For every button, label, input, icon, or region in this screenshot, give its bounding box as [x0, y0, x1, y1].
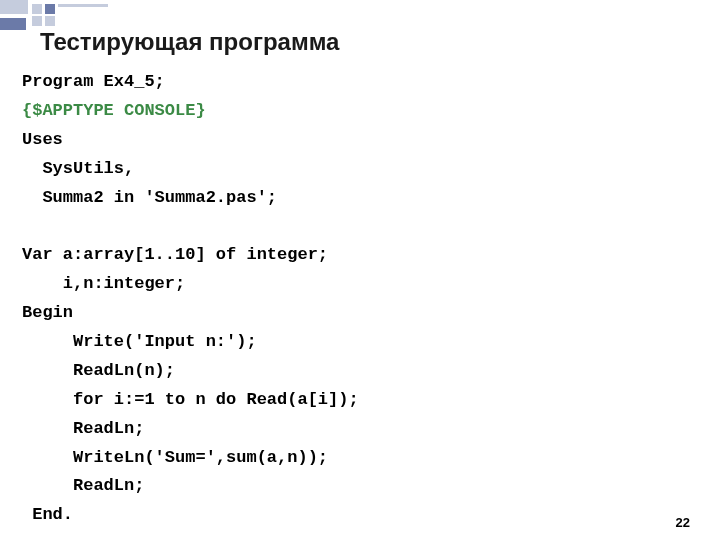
code-line: ReadLn; — [22, 419, 144, 438]
code-listing: Program Ex4_5; {$APPTYPE CONSOLE} Uses S… — [22, 68, 359, 530]
code-line: Summa2 in 'Summa2.pas'; — [22, 188, 277, 207]
code-line: i,n:integer; — [22, 274, 185, 293]
code-line: Uses — [22, 130, 63, 149]
slide-title: Тестирующая программа — [40, 28, 339, 56]
code-line: End. — [22, 505, 73, 524]
code-line: ReadLn(n); — [22, 361, 175, 380]
code-line: ReadLn; — [22, 476, 144, 495]
code-line: Write('Input n:'); — [22, 332, 257, 351]
code-line: SysUtils, — [22, 159, 134, 178]
code-line: Program Ex4_5; — [22, 72, 165, 91]
code-line: for i:=1 to n do Read(a[i]); — [22, 390, 359, 409]
code-line: WriteLn('Sum=',sum(a,n)); — [22, 448, 328, 467]
code-directive: {$APPTYPE CONSOLE} — [22, 101, 206, 120]
page-number: 22 — [676, 515, 690, 530]
code-line: Var a:array[1..10] of integer; — [22, 245, 328, 264]
code-line: Begin — [22, 303, 73, 322]
